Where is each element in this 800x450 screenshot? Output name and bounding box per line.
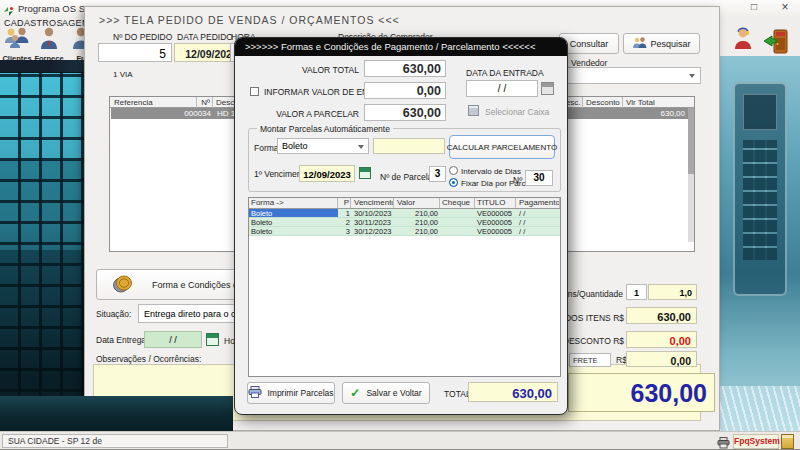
calendar-icon[interactable]	[541, 82, 554, 95]
valor-entrada-field[interactable]: 0,00	[364, 82, 446, 99]
parcela-cell	[440, 209, 475, 217]
item-vlr-total: 630,00	[611, 109, 685, 118]
tray-folder-icon[interactable]	[781, 434, 794, 449]
wallpaper-dark-block	[0, 396, 233, 431]
close-button[interactable]: ×	[777, 0, 793, 15]
parcela-cell: 210,00	[394, 209, 440, 217]
col-pagamento: Pagamento <	[516, 198, 560, 208]
numero-pedido-label: Nº DO PEDIDO	[113, 32, 172, 42]
clients-icon	[3, 27, 31, 53]
col-cheque: Cheque	[440, 198, 475, 208]
order-window-title: >>> TELA PEDIDO DE VENDAS / ORÇAMENTOS <…	[99, 14, 400, 26]
frete-field[interactable]: 0,00	[626, 351, 697, 367]
valor-total-field[interactable]: 630,00	[364, 60, 446, 77]
items-table-scrollbar[interactable]	[688, 108, 694, 242]
dia-label: Nº	[513, 175, 522, 185]
quantidade-field[interactable]: 1,0	[648, 284, 697, 300]
montar-parcelas-legend: Montar Parcelas Automáticamente	[257, 124, 393, 134]
consultar-label: Consultar	[570, 39, 609, 49]
parcela-cell: / /	[516, 209, 560, 217]
frete-input[interactable]: FRETE	[569, 353, 611, 367]
supplier-icon	[36, 27, 62, 53]
forma-value: Boleto	[282, 141, 308, 151]
parcelas-table-body: Boleto130/10/2023210,00VE000005/ /Boleto…	[249, 209, 560, 236]
consultar-button[interactable]: Consultar	[559, 33, 619, 54]
forma-select[interactable]: Boleto	[277, 138, 369, 154]
parcelas-table[interactable]: Forma -> P Vencimento Valor Cheque TITUL…	[248, 197, 561, 377]
valor-total-label: VALOR TOTAL	[253, 65, 359, 75]
app-statusbar: SUA CIDADE - SP 12 de FpqSystem	[0, 431, 800, 450]
col-valor: Valor	[394, 198, 440, 208]
numero-pedido-field[interactable]: 5	[98, 43, 172, 62]
parcela-cell: 1	[338, 209, 351, 217]
num-parcelas-field[interactable]: 3	[429, 166, 446, 182]
itens-field[interactable]: 1	[626, 284, 647, 300]
parcela-cell: 3	[338, 227, 351, 235]
calendar-icon[interactable]	[359, 167, 371, 179]
support-icon	[730, 27, 756, 53]
item-numero: 000034	[171, 109, 211, 118]
chevron-down-icon	[358, 145, 364, 149]
fixar-dia-radio[interactable]	[449, 178, 458, 187]
chevron-down-icon	[689, 74, 695, 78]
parcela-cell: 210,00	[394, 218, 440, 226]
forma-extra-input[interactable]	[373, 138, 445, 154]
parcela-cell: / /	[516, 218, 560, 226]
dialog-total-field: 630,00	[468, 382, 558, 402]
exit-door-icon	[762, 27, 790, 59]
via-label: 1 VIA	[113, 70, 133, 79]
informar-entrada-checkbox[interactable]	[250, 87, 259, 96]
vencimento-field[interactable]: 12/09/2023	[299, 165, 355, 182]
app-logo-icon	[3, 3, 14, 14]
parcela-row[interactable]: Boleto230/11/2023210,00VE000005/ /	[249, 218, 560, 227]
salvar-voltar-label: Salvar e Voltar	[366, 388, 421, 398]
desktop-wallpaper-left	[0, 60, 84, 431]
calcular-parcelamento-button[interactable]: CALCULAR PARCELAMENTO	[449, 135, 555, 159]
parcela-cell: Boleto	[249, 218, 338, 226]
imprimir-parcelas-button[interactable]: Imprimir Parcelas	[247, 382, 335, 404]
toolbar-fornecedores-button[interactable]: Fornece	[34, 27, 64, 60]
calendar-icon[interactable]	[206, 333, 219, 346]
toolbar-clientes-button[interactable]: Clientes	[2, 27, 32, 60]
payment-dialog: >>>>>> Formas e Condições de Pagamento /…	[234, 37, 568, 415]
desconto-field[interactable]: 0,00	[626, 331, 697, 348]
parcela-cell: VE000005	[475, 227, 516, 235]
situacao-label: Situação:	[96, 309, 131, 319]
parcela-cell	[440, 218, 475, 226]
total-pedido-field: 630,00	[568, 373, 715, 412]
parcela-cell: VE000005	[475, 209, 516, 217]
fpqsystem-badge[interactable]: FpqSystem	[733, 434, 779, 449]
payment-dialog-title[interactable]: >>>>>> Formas e Condições de Pagamento /…	[235, 38, 567, 56]
cash-register-icon	[468, 105, 479, 116]
observacoes-label: Observações / Ocorrências:	[96, 354, 201, 364]
dialog-total-label: TOTAL	[444, 389, 471, 399]
valor-parcelar-field[interactable]: 630,00	[364, 104, 446, 121]
parcela-cell: 30/12/2023	[351, 227, 394, 235]
parcela-cell: VE000005	[475, 218, 516, 226]
intervalo-dias-radio[interactable]	[449, 166, 458, 175]
selecionar-caixa-button[interactable]: Selecionar Caixa	[485, 107, 549, 117]
printer-icon	[248, 386, 262, 400]
status-city: SUA CIDADE - SP 12 de	[2, 434, 228, 448]
coins-icon	[112, 274, 134, 296]
screen: Programa OS Segu □ × CADASTROS AGEND Cli…	[0, 0, 800, 450]
montar-parcelas-group: Montar Parcelas Automáticamente Forma: B…	[248, 128, 561, 192]
parcela-cell: 2	[338, 218, 351, 226]
data-entrada-field[interactable]: / /	[466, 80, 538, 97]
pesquisar-button[interactable]: Pesquisar	[623, 33, 700, 54]
salvar-voltar-button[interactable]: ✓ Salvar e Voltar	[342, 382, 430, 404]
parcela-row[interactable]: Boleto330/12/2023210,00VE000005/ /	[249, 227, 560, 236]
printer-tray-icon[interactable]	[717, 435, 730, 450]
valor-itens-field[interactable]: 630,00	[626, 307, 697, 324]
dia-field[interactable]: 30	[525, 170, 553, 186]
parcela-row[interactable]: Boleto130/10/2023210,00VE000005/ /	[249, 209, 560, 218]
wallpaper-band	[0, 60, 84, 73]
data-entrega-field[interactable]: / /	[144, 331, 202, 348]
parcela-cell: 30/10/2023	[351, 209, 394, 217]
maximize-button[interactable]: □	[746, 1, 762, 15]
col-referencia: Referencia	[114, 98, 153, 107]
wallpaper-xray-phone	[733, 82, 787, 296]
col-titulo: TITULO	[475, 198, 516, 208]
col-p: P	[338, 198, 351, 208]
parcela-cell: / /	[516, 227, 560, 235]
